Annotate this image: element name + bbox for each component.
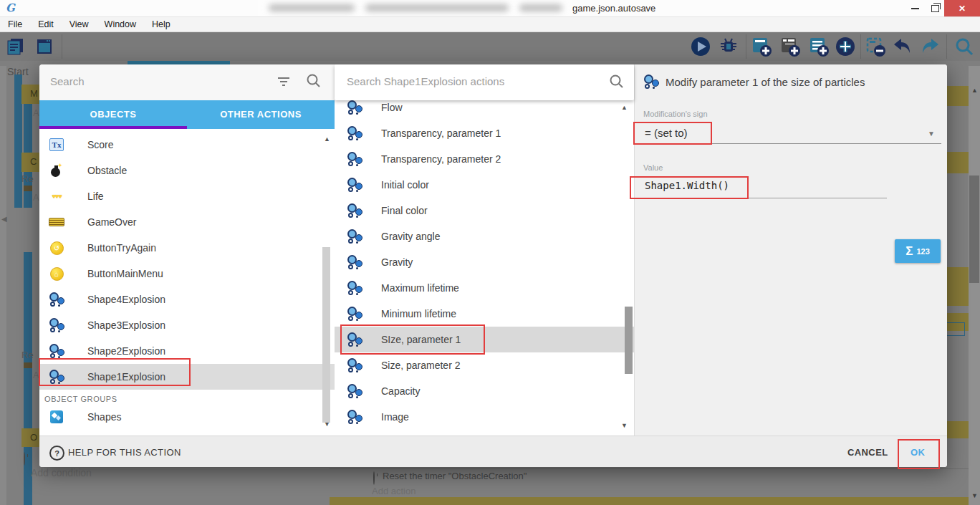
action-title: Modify parameter 1 of the size of partic… — [666, 76, 865, 88]
particle-emitter-icon — [49, 343, 64, 359]
object-item-score[interactable]: Tx Score — [39, 132, 335, 158]
actions-list: Flow Transparency, parameter 1 Transpare… — [335, 100, 634, 436]
events-scrollbar-thumb[interactable] — [969, 175, 979, 283]
toolbar — [0, 32, 980, 61]
bomb-icon: ✦ — [49, 163, 64, 178]
action-item-flow[interactable]: Flow — [335, 100, 634, 120]
expression-builder-button[interactable]: Σ 123 — [895, 239, 941, 263]
window-title: game.json.autosave — [572, 3, 655, 14]
window-icon[interactable] — [33, 35, 56, 58]
value-underline — [643, 198, 887, 198]
add-icon[interactable] — [834, 35, 857, 58]
play-icon[interactable] — [689, 35, 712, 58]
redo-icon[interactable] — [919, 35, 942, 58]
action-item-gravity[interactable]: Gravity — [335, 249, 634, 275]
app-window: G game.json.autosave ✕ File Edit View Wi… — [0, 0, 980, 505]
selected-event-bar — [330, 497, 969, 505]
help-icon[interactable]: ? — [49, 446, 64, 461]
action-item-capacity[interactable]: Capacity — [335, 378, 634, 404]
menu-help[interactable]: Help — [144, 19, 178, 29]
sign-label: Modification's sign — [643, 110, 708, 118]
hearts-icon: ♥♥♥ — [49, 188, 64, 204]
add-action-link[interactable]: Add action — [372, 486, 415, 496]
object-item-gameover[interactable]: GameOver — [39, 209, 335, 235]
actions-search-input[interactable] — [345, 74, 592, 88]
row-divider — [330, 468, 969, 469]
action-item-initial-color[interactable]: Initial color — [335, 172, 634, 198]
tab-objects[interactable]: OBJECTS — [39, 100, 187, 129]
collapse-arrow-icon[interactable]: ◀ — [1, 215, 7, 223]
object-item-shape4explosion[interactable]: Shape4Explosion — [39, 287, 335, 312]
object-item-shape3explosion[interactable]: Shape3Explosion — [39, 312, 335, 338]
filter-icon[interactable] — [277, 77, 290, 86]
text-object-icon: Tx — [49, 137, 64, 153]
chevron-down-icon[interactable]: ▼ — [928, 130, 935, 138]
scroll-up-icon[interactable]: ▲ — [621, 105, 628, 111]
object-item-buttonmainmenu[interactable]: ⌂ ButtonMainMenu — [39, 261, 335, 287]
cancel-button[interactable]: CANCEL — [847, 447, 888, 458]
objects-search-input[interactable] — [49, 74, 266, 88]
scroll-down-icon[interactable]: ▼ — [621, 423, 628, 429]
object-thumb-icon — [24, 362, 32, 368]
add-event-icon[interactable] — [750, 35, 773, 58]
action-item-maximum-lifetime[interactable]: Maximum lifetime — [335, 275, 634, 301]
add-comment-icon[interactable] — [807, 35, 830, 58]
event-highlight — [947, 421, 969, 438]
object-item-obstacle[interactable]: ✦ Obstacle — [39, 158, 335, 183]
event-partial-text: Re — [21, 350, 34, 360]
actions-scrollbar-thumb[interactable] — [625, 307, 633, 374]
timer-icon — [24, 452, 25, 466]
scroll-up-icon[interactable]: ▲ — [971, 87, 978, 94]
action-item-image[interactable]: Image — [335, 404, 634, 430]
value-input[interactable] — [643, 179, 883, 192]
object-item-buttontryagain[interactable]: ↺ ButtonTryAgain — [39, 235, 335, 261]
search-icon[interactable] — [306, 73, 322, 89]
search-icon[interactable] — [953, 35, 976, 58]
add-condition-link[interactable]: Add condition — [31, 467, 92, 478]
retry-button-icon: ↺ — [49, 240, 64, 256]
help-link[interactable]: HELP FOR THIS ACTION — [68, 447, 181, 458]
undo-icon[interactable] — [890, 35, 913, 58]
menu-file[interactable]: File — [0, 19, 30, 29]
documents-icon[interactable] — [4, 35, 27, 58]
menu-edit[interactable]: Edit — [30, 19, 62, 29]
menu-bar: File Edit View Window Help — [0, 17, 980, 32]
events-scrollbar[interactable]: ▲ ▼ — [969, 66, 980, 505]
action-item-minimum-lifetime[interactable]: Minimum lifetime — [335, 301, 634, 327]
object-group-shapes[interactable]: Shapes — [39, 404, 335, 430]
objects-scrollbar-thumb[interactable] — [322, 247, 330, 423]
action-item-gravity-angle[interactable]: Gravity angle — [335, 223, 634, 249]
action-item-final-color[interactable]: Final color — [335, 198, 634, 223]
add-subevent-icon[interactable] — [779, 35, 802, 58]
action-item-size-parameter-1[interactable]: SIze, parameter 1 — [335, 327, 634, 352]
action-item-partial[interactable] — [335, 430, 634, 436]
object-item-shape2explosion[interactable]: Shape2Explosion — [39, 338, 335, 364]
scroll-down-icon[interactable]: ▼ — [971, 493, 978, 499]
sign-select[interactable]: = (set to) — [645, 127, 688, 139]
blurred-path — [258, 0, 572, 16]
restore-button[interactable] — [926, 0, 944, 16]
event-partial-text: A — [33, 370, 39, 380]
action-item-transparency-2[interactable]: Transparency, parameter 2 — [335, 146, 634, 172]
shapes-group-icon — [49, 409, 64, 425]
menu-view[interactable]: View — [62, 19, 97, 29]
particle-emitter-icon — [49, 369, 64, 385]
minimize-button[interactable] — [905, 0, 924, 16]
tab-other-actions[interactable]: OTHER ACTIONS — [187, 100, 335, 129]
ok-button[interactable]: OK — [911, 447, 925, 458]
objects-tabbar: OBJECTS OTHER ACTIONS — [39, 100, 335, 129]
object-item-shape1explosion[interactable]: Shape1Explosion — [39, 364, 335, 390]
action-item-transparency-1[interactable]: Transparency, parameter 1 — [335, 120, 634, 146]
remove-event-icon[interactable] — [864, 35, 887, 58]
menu-window[interactable]: Window — [97, 19, 144, 29]
action-item-size-parameter-2[interactable]: Size, parameter 2 — [335, 352, 634, 378]
search-icon[interactable] — [609, 74, 625, 90]
object-item-life[interactable]: ♥♥♥ Life — [39, 183, 335, 209]
close-button[interactable]: ✕ — [944, 0, 980, 16]
debug-icon[interactable] — [717, 35, 740, 58]
objects-list: Tx Score ✦ Obstacle ♥♥♥ Life GameOver ↺ — [39, 129, 335, 436]
scroll-up-icon[interactable]: ▲ — [324, 136, 330, 143]
home-button-icon: ⌂ — [49, 266, 64, 282]
title-bar: G game.json.autosave ✕ — [0, 0, 980, 17]
instruction-editor-dialog: OBJECTS OTHER ACTIONS Tx Score ✦ Obstacl… — [39, 64, 947, 467]
